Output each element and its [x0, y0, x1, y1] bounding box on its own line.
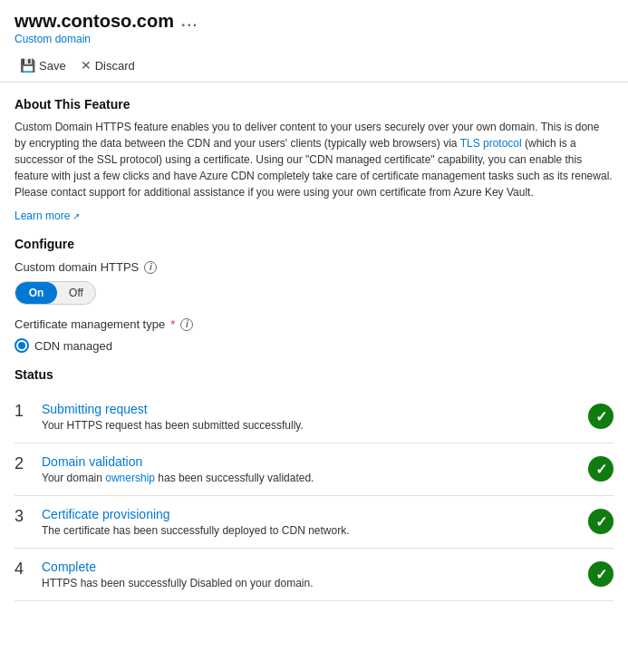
status-item-3: 3 Certificate provisioning The certifica…: [14, 496, 614, 549]
domain-title: www.contoso.com: [14, 11, 174, 32]
save-button[interactable]: 💾 Save: [14, 54, 72, 76]
status-desc-1: Your HTTPS request has been submitted su…: [42, 419, 579, 432]
cdn-managed-option[interactable]: CDN managed: [14, 338, 614, 353]
about-section-title: About This Feature: [14, 97, 614, 112]
cert-info-icon[interactable]: i: [180, 318, 193, 331]
status-desc-4: HTTPS has been successfully Disabled on …: [42, 577, 579, 589]
status-number-4: 4: [14, 560, 33, 579]
status-item-4: 4 Complete HTTPS has been successfully D…: [14, 549, 614, 601]
radio-dot: [18, 342, 25, 349]
https-info-icon[interactable]: i: [144, 261, 157, 274]
discard-label: Discard: [95, 59, 135, 73]
status-title: Status: [14, 367, 614, 382]
learn-more-link[interactable]: Learn more ↗: [14, 209, 80, 222]
https-toggle[interactable]: On Off: [14, 281, 96, 305]
radio-button-cdn[interactable]: [14, 338, 29, 353]
breadcrumb: Custom domain: [14, 33, 614, 45]
cdn-managed-label: CDN managed: [34, 339, 112, 353]
status-desc-2: Your domain ownership has been successfu…: [42, 472, 579, 484]
discard-icon: ✕: [81, 58, 92, 73]
status-number-2: 2: [14, 454, 33, 474]
status-check-4: ✓: [588, 561, 614, 587]
checkmark-4: ✓: [595, 566, 607, 583]
desc-post-2: has been successfully validated.: [155, 472, 314, 484]
status-title-4: Complete: [42, 560, 579, 574]
checkmark-1: ✓: [595, 408, 607, 425]
status-check-1: ✓: [588, 404, 614, 429]
status-content-1: Submitting request Your HTTPS request ha…: [42, 402, 579, 432]
toggle-off-button[interactable]: Off: [57, 282, 95, 304]
https-label: Custom domain HTTPS: [14, 260, 139, 274]
status-title-2: Domain validation: [42, 454, 579, 469]
toggle-on-button[interactable]: On: [15, 282, 57, 304]
checkmark-3: ✓: [595, 513, 607, 531]
configure-title: Configure: [14, 237, 614, 251]
status-section: Status 1 Submitting request Your HTTPS r…: [14, 367, 614, 601]
https-field-row: Custom domain HTTPS i: [14, 260, 614, 274]
header: www.contoso.com ... Custom domain: [0, 0, 628, 49]
status-content-4: Complete HTTPS has been successfully Dis…: [42, 560, 579, 589]
status-content-2: Domain validation Your domain ownership …: [42, 454, 579, 484]
checkmark-2: ✓: [595, 461, 607, 478]
save-icon: 💾: [20, 58, 35, 73]
configure-section: Configure Custom domain HTTPS i On Off C…: [14, 237, 614, 353]
main-content: About This Feature Custom Domain HTTPS f…: [0, 83, 628, 616]
status-number-3: 3: [14, 507, 33, 527]
status-title-1: Submitting request: [42, 402, 579, 416]
cert-field-row: Certificate management type * i: [14, 317, 614, 331]
status-check-2: ✓: [588, 456, 614, 482]
status-number-1: 1: [14, 402, 33, 422]
status-content-3: Certificate provisioning The certificate…: [42, 507, 579, 537]
ellipsis-menu[interactable]: ...: [181, 14, 198, 30]
learn-more-label: Learn more: [14, 209, 70, 222]
required-indicator: *: [170, 317, 175, 331]
cert-label: Certificate management type: [14, 317, 165, 331]
about-description: Custom Domain HTTPS feature enables you …: [14, 119, 614, 200]
status-desc-3: The certificate has been successfully de…: [42, 524, 579, 537]
status-item-2: 2 Domain validation Your domain ownershi…: [14, 443, 614, 496]
save-label: Save: [39, 59, 66, 73]
status-check-3: ✓: [588, 509, 614, 534]
status-title-3: Certificate provisioning: [42, 507, 579, 521]
desc-pre-2: Your domain: [42, 472, 105, 484]
ownership-link[interactable]: ownership: [105, 472, 155, 484]
status-item-1: 1 Submitting request Your HTTPS request …: [14, 391, 614, 443]
external-link-icon: ↗: [72, 211, 80, 221]
discard-button[interactable]: ✕ Discard: [75, 54, 140, 76]
page-title: www.contoso.com ...: [14, 11, 614, 32]
tls-link[interactable]: TLS protocol: [460, 137, 522, 150]
toolbar: 💾 Save ✕ Discard: [0, 49, 628, 83]
